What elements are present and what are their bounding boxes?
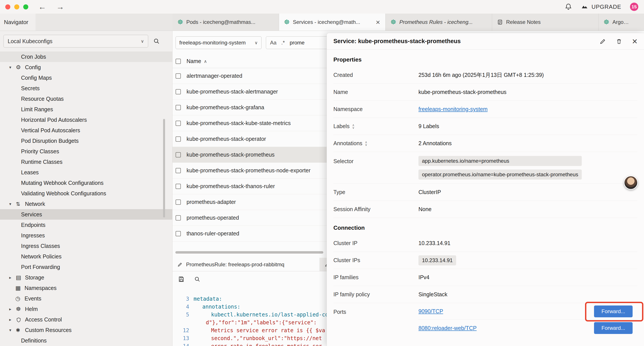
save-icon[interactable]	[178, 276, 185, 283]
expand-collapse-icon[interactable]	[352, 124, 354, 129]
match-case-toggle[interactable]: Aa	[270, 40, 276, 46]
code-line[interactable]: annotations:	[194, 303, 240, 311]
select-all-checkbox[interactable]	[176, 59, 181, 64]
sidebar-item-cron-jobs[interactable]: Cron Jobs	[0, 51, 172, 62]
kubeconfig-selector[interactable]: Local Kubeconfigs ∨	[4, 35, 148, 47]
line-number: 13	[172, 335, 194, 342]
port-link[interactable]: 9090/TCP	[418, 308, 443, 315]
row-checkbox[interactable]	[176, 89, 181, 94]
upgrade-button[interactable]: UPGRADE	[581, 3, 621, 10]
expand-collapse-icon[interactable]	[365, 141, 367, 146]
row-checkbox[interactable]	[176, 73, 181, 79]
tab-release-notes[interactable]: Release Notes	[492, 13, 599, 31]
code-line[interactable]: Metrics service error rate is {{ $va	[194, 327, 325, 335]
sidebar-item-definitions[interactable]: Definitions	[0, 335, 172, 346]
sidebar-item-ingress-classes[interactable]: Ingress Classes	[0, 241, 172, 251]
code-line[interactable]: kubectl.kubernetes.io/last-applied-co	[194, 311, 328, 319]
sidebar-item-network[interactable]: Network	[0, 199, 172, 209]
editor-search-icon[interactable]	[194, 276, 200, 283]
code-line[interactable]: d"},"for":"1m","labels":{"service":	[194, 319, 317, 327]
forward-button[interactable]: Forward...	[594, 322, 632, 334]
chevron-right-icon[interactable]	[9, 307, 16, 312]
tab-pods[interactable]: ☸ Pods - icecheng@mathmas...	[172, 13, 279, 31]
minimize-window-button[interactable]	[14, 4, 19, 9]
sidebar-item-helm[interactable]: Helm	[0, 304, 172, 314]
user-avatar[interactable]	[624, 176, 638, 190]
code-line[interactable]: metadata:	[194, 295, 222, 303]
name-column-header[interactable]: Name	[186, 58, 207, 64]
chevron-down-icon[interactable]	[9, 201, 16, 207]
tab-services[interactable]: ☸ Services - icecheng@math... ×	[279, 13, 386, 31]
namespace-filter-select[interactable]: freeleaps-monitoring-system ∨	[176, 36, 262, 49]
code-line[interactable]: error rate in freeleaps metrics ser	[194, 342, 322, 346]
kubernetes-icon: ☸	[604, 19, 609, 25]
navigator-panel-title: Navigator	[0, 13, 36, 31]
sidebar-item-limit-ranges[interactable]: Limit Ranges	[0, 104, 172, 114]
row-checkbox[interactable]	[176, 136, 181, 142]
sidebar-item-endpoints[interactable]: Endpoints	[0, 220, 172, 230]
notification-badge[interactable]: 15	[630, 3, 638, 11]
sidebar-item-runtime-classes[interactable]: Runtime Classes	[0, 157, 172, 167]
chevron-down-icon[interactable]	[9, 328, 16, 333]
chevron-right-icon[interactable]	[9, 317, 16, 322]
sidebar-item-secrets[interactable]: Secrets	[0, 83, 172, 93]
sidebar-item-priority-classes[interactable]: Priority Classes	[0, 146, 172, 157]
regex-toggle[interactable]: .*	[281, 40, 285, 46]
sidebar-item-ingresses[interactable]: Ingresses	[0, 230, 172, 241]
back-icon[interactable]: ←	[38, 0, 46, 13]
sidebar-item-config-maps[interactable]: Config Maps	[0, 72, 172, 83]
close-icon[interactable]: ×	[632, 37, 638, 46]
forward-button[interactable]: Forward...	[594, 306, 632, 317]
close-icon[interactable]: ×	[375, 18, 380, 26]
row-checkbox[interactable]	[176, 121, 181, 126]
sidebar-item-resource-quotas[interactable]: Resource Quotas	[0, 93, 172, 104]
edit-icon[interactable]	[600, 38, 606, 45]
namespace-link[interactable]: freeleaps-monitoring-system	[418, 106, 488, 112]
sidebar-item-services[interactable]: Services	[0, 209, 172, 220]
row-checkbox[interactable]	[176, 152, 181, 157]
property-row-type: Type ClusterIP	[334, 184, 638, 201]
sidebar-item-network-policies[interactable]: Network Policies	[0, 251, 172, 262]
sidebar-item-leases[interactable]: Leases	[0, 167, 172, 178]
sidebar-item-pod-disruption-budgets[interactable]: Pod Disruption Budgets	[0, 136, 172, 146]
property-row-selector: Selector app.kubernetes.io/name=promethe…	[334, 152, 638, 184]
search-query-text[interactable]: prome	[290, 40, 304, 46]
chevron-right-icon[interactable]	[9, 275, 16, 280]
asterisk-icon	[16, 327, 25, 334]
sidebar-item-config[interactable]: Config	[0, 62, 172, 72]
tab-bar: Navigator ☸ Pods - icecheng@mathmas... ☸…	[0, 13, 644, 31]
sidebar-scrollbar[interactable]	[163, 119, 165, 217]
port-link[interactable]: 8080:reloader-web/TCP	[418, 325, 476, 331]
row-checkbox[interactable]	[176, 215, 181, 221]
chevron-down-icon[interactable]	[9, 65, 16, 70]
zoom-window-button[interactable]	[23, 4, 28, 9]
close-window-button[interactable]	[5, 4, 10, 9]
row-checkbox[interactable]	[176, 200, 181, 205]
dock-tab-prometheusrule[interactable]: PrometheusRule: freeleaps-prod-rabbitmq	[172, 258, 320, 271]
code-line[interactable]: second.","runbook_url":"https://net	[194, 335, 322, 342]
row-checkbox[interactable]	[176, 105, 181, 110]
sidebar-item-horizontal-pod-autoscalers[interactable]: Horizontal Pod Autoscalers	[0, 114, 172, 125]
delete-icon[interactable]	[616, 38, 622, 45]
sidebar-item-custom-resources[interactable]: Custom Resources	[0, 325, 172, 335]
sidebar-item-namespaces[interactable]: Namespaces	[0, 283, 172, 293]
sidebar-item-validating-webhook-configurations[interactable]: Validating Webhook Configurations	[0, 188, 172, 199]
tab-argo[interactable]: ☸ Argo Se	[599, 13, 634, 31]
bell-icon[interactable]	[565, 3, 572, 10]
row-checkbox[interactable]	[176, 231, 181, 236]
sidebar-item-mutating-webhook-configurations[interactable]: Mutating Webhook Configurations	[0, 178, 172, 188]
sidebar-item-vertical-pod-autoscalers[interactable]: Vertical Pod Autoscalers	[0, 125, 172, 136]
tab-prometheus-rules[interactable]: ☸ Prometheus Rules - icecheng...	[386, 13, 492, 31]
clock-icon	[15, 295, 24, 302]
sidebar-item-port-forwarding[interactable]: Port Forwarding	[0, 262, 172, 272]
search-icon[interactable]	[153, 38, 160, 45]
sidebar-item-storage[interactable]: Storage	[0, 272, 172, 283]
row-checkbox[interactable]	[176, 184, 181, 189]
horizontal-scrollbar[interactable]	[175, 251, 323, 254]
sidebar-item-events[interactable]: Events	[0, 293, 172, 304]
sidebar-item-access-control[interactable]: Access Control	[0, 314, 172, 325]
forward-icon[interactable]: →	[56, 0, 64, 13]
kubernetes-icon: ☸	[284, 19, 290, 25]
cluster-ip-badge: 10.233.14.91	[418, 255, 456, 265]
row-checkbox[interactable]	[176, 168, 181, 173]
